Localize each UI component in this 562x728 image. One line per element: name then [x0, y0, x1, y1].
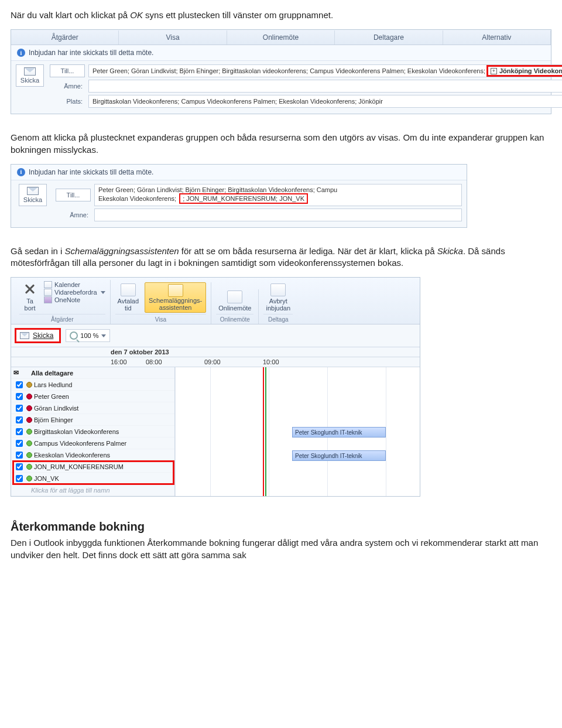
group-label: Åtgärder [19, 314, 105, 324]
label: Vidarebefordra [54, 289, 97, 296]
scheduling-assistant-button[interactable]: Schemaläggnings- assistenten [145, 282, 206, 313]
resource-icon [26, 440, 32, 446]
zoom-value: 100 % [80, 332, 98, 339]
info-icon: i [17, 49, 25, 57]
attendee-name: Björn Ehinger [34, 416, 172, 423]
calendar-icon [44, 281, 52, 288]
highlighted-group: + Jönköping Videokonferens [486, 65, 562, 77]
to-text-prefix: Ekeskolan Videokonferens; [98, 195, 176, 202]
text: syns ett plustecken till vänster om grup… [143, 10, 333, 20]
attendee-row[interactable]: Björn Ehinger [11, 414, 174, 426]
onenote-button[interactable]: OneNote [44, 296, 80, 303]
envelope-icon [24, 67, 36, 76]
send-button[interactable]: Skicka [19, 184, 47, 206]
text: Gå sedan in i [11, 246, 65, 256]
attendee-row[interactable]: Birgittaskolan Videokonferens [11, 426, 174, 438]
to-button[interactable]: Till... [50, 64, 85, 77]
send-highlighted[interactable]: Skicka [15, 328, 61, 343]
group-label: Onlinemöte [216, 314, 253, 324]
send-button[interactable]: Skicka [16, 64, 44, 87]
group-label: Deltaga [263, 314, 293, 324]
scheduling-body: ✉ Alla deltagare Lars Hedlund Peter Gree… [11, 367, 420, 496]
send-label: Skicka [33, 331, 53, 340]
attendee-name: Campus Videokonferens Palmer [34, 440, 172, 447]
text-italic: Schemaläggningsassistenten [65, 246, 179, 256]
required-icon [26, 394, 32, 399]
required-icon [26, 417, 32, 423]
organizer-icon [26, 382, 32, 388]
attendee-checkbox[interactable] [16, 428, 23, 435]
attendee-checkbox[interactable] [16, 416, 23, 423]
to-button[interactable]: Till... [56, 189, 91, 201]
appointment-button[interactable]: Avtalad tid [115, 282, 142, 313]
online-meeting-button[interactable]: Onlinemöte [216, 289, 253, 313]
forward-button[interactable]: Vidarebefordra [44, 289, 105, 296]
location-label: Plats: [50, 98, 85, 105]
label: Schemaläggnings- assistenten [149, 297, 202, 311]
to-field[interactable]: Peter Green; Göran Lindkvist; Björn Ehin… [94, 184, 462, 206]
time-header: den 7 oktober 2013 [11, 347, 420, 357]
attendee-row[interactable]: Campus Videokonferens Palmer [11, 438, 174, 449]
screenshot-3-scheduling: Ta bort Kalender Vidarebefordra OneNote … [11, 277, 420, 497]
scheduling-grid[interactable]: Peter Skoglundh IT-teknik Peter Skoglund… [175, 367, 420, 496]
add-attendee-row[interactable]: Klicka för att lägga till namn [11, 484, 174, 496]
send-label: Skicka [23, 196, 42, 203]
attendee-header: ✉ Alla deltagare [11, 367, 174, 379]
zoom-control[interactable]: 100 % [66, 329, 109, 342]
expand-icon[interactable]: + [491, 68, 497, 74]
paragraph-3: Gå sedan in i Schemaläggningsassistenten… [11, 245, 551, 269]
time-tick: 09:00 [204, 358, 263, 365]
add-hint: Klicka för att lägga till namn [31, 487, 172, 494]
group-name: Jönköping Videokonferens [499, 67, 562, 74]
text-italic: OK [130, 10, 143, 20]
resource-icon [26, 429, 32, 435]
attendee-checkbox[interactable] [16, 393, 23, 400]
to-field[interactable]: Peter Green; Göran Lindkvist; Björn Ehin… [88, 64, 562, 77]
calendar-button[interactable]: Kalender [44, 281, 80, 288]
label: Kalender [54, 281, 80, 288]
paragraph-2: Genom att klicka på plustecknet expander… [11, 132, 551, 156]
attendee-row[interactable]: Peter Green [11, 391, 174, 402]
attendee-name: Peter Green [34, 393, 172, 400]
attendee-row[interactable]: Göran Lindkvist [11, 402, 174, 414]
time-tick: 10:00 [263, 358, 321, 365]
forward-icon [44, 289, 52, 296]
scheduling-icon [168, 284, 183, 297]
text-italic: Skicka [437, 246, 463, 256]
ribbon-tab[interactable]: Deltagare [335, 30, 443, 45]
attendee-checkbox[interactable] [16, 452, 23, 459]
label: Onlinemöte [218, 305, 251, 312]
subject-field[interactable] [88, 80, 562, 93]
highlighted-resources [12, 460, 174, 485]
ribbon-tab[interactable]: Alternativ [443, 30, 551, 45]
attendee-name: Ekeskolan Videokonferens [34, 452, 172, 459]
info-bar: i Inbjudan har inte skickats till detta … [11, 45, 551, 61]
online-meeting-icon [227, 290, 242, 303]
magnifier-icon [70, 331, 78, 340]
group-label: Visa [115, 314, 207, 324]
chevron-down-icon [101, 334, 106, 337]
screenshot-2-compose-expanded: i Inbjudan har inte skickats till detta … [11, 164, 467, 228]
date-label: den 7 oktober 2013 [111, 348, 169, 356]
ribbon-tab[interactable]: Åtgärder [11, 30, 119, 45]
attendee-checkbox[interactable] [16, 405, 23, 412]
selection-start-line [263, 367, 264, 496]
attendee-checkbox[interactable] [16, 440, 23, 447]
resource-icon [26, 452, 32, 458]
time-tick: 16:00 [111, 358, 146, 365]
appointment-icon [121, 283, 136, 296]
info-text: Inbjudan har inte skickats till detta mö… [29, 49, 153, 57]
label: Avbryt inbjudan [266, 298, 290, 312]
ribbon-tabs: Åtgärder Visa Onlinemöte Deltagare Alter… [11, 30, 551, 45]
location-field[interactable]: Birgittaskolan Videokonferens; Campus Vi… [88, 95, 562, 108]
ribbon-tab[interactable]: Onlinemöte [227, 30, 335, 45]
attendee-row[interactable]: Ekeskolan Videokonferens [11, 449, 174, 461]
delete-icon [22, 281, 38, 296]
envelope-icon [20, 332, 29, 339]
delete-button[interactable]: Ta bort [19, 280, 40, 313]
attendee-row[interactable]: Lars Hedlund [11, 379, 174, 391]
cancel-invitation-button[interactable]: Avbryt inbjudan [263, 282, 293, 313]
ribbon-tab[interactable]: Visa [119, 30, 227, 45]
attendee-checkbox[interactable] [16, 381, 23, 388]
subject-field[interactable] [94, 209, 462, 221]
